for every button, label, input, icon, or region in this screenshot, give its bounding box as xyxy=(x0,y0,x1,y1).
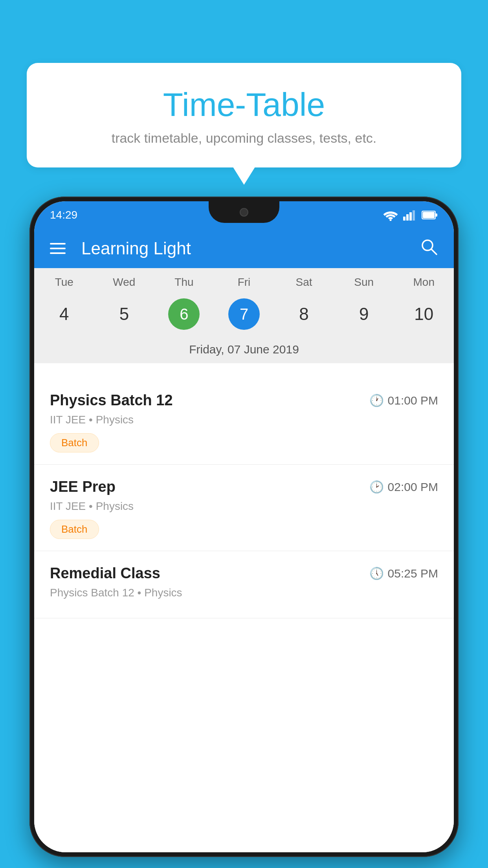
svg-line-9 xyxy=(431,249,437,254)
schedule-item-2[interactable]: JEE Prep 🕑 02:00 PM IIT JEE • Physics Ba… xyxy=(34,465,454,551)
calendar-section: Tue Wed Thu Fri Sat Sun Mon 4 5 6 7 xyxy=(34,268,454,363)
day-thu: Thu xyxy=(154,276,214,289)
date-10[interactable]: 10 xyxy=(394,304,454,324)
date-9[interactable]: 9 xyxy=(334,304,394,324)
batch-badge-1: Batch xyxy=(50,433,99,452)
day-mon: Mon xyxy=(394,276,454,289)
bubble-subtitle: track timetable, upcoming classes, tests… xyxy=(46,131,442,146)
speech-bubble-section: Time-Table track timetable, upcoming cla… xyxy=(27,63,461,167)
svg-point-0 xyxy=(390,219,392,221)
app-title: Learning Light xyxy=(81,239,419,258)
svg-rect-6 xyxy=(435,213,437,217)
schedule-item-1[interactable]: Physics Batch 12 🕐 01:00 PM IIT JEE • Ph… xyxy=(34,378,454,465)
svg-rect-4 xyxy=(413,210,415,221)
clock-icon-1: 🕐 xyxy=(369,394,384,407)
battery-icon xyxy=(422,210,438,220)
time-value-3: 05:25 PM xyxy=(388,567,438,580)
svg-rect-7 xyxy=(423,212,435,218)
status-icons xyxy=(383,209,438,221)
date-circle-6[interactable]: 6 xyxy=(168,298,200,330)
day-sat: Sat xyxy=(274,276,334,289)
app-header: Learning Light xyxy=(34,229,454,268)
hamburger-line-2 xyxy=(50,248,66,249)
clock-icon-3: 🕔 xyxy=(369,566,384,580)
camera xyxy=(240,208,248,217)
speech-bubble-card: Time-Table track timetable, upcoming cla… xyxy=(27,63,461,167)
schedule-item-1-header: Physics Batch 12 🕐 01:00 PM xyxy=(50,392,438,409)
phone-screen: 14:29 xyxy=(34,201,454,852)
schedule-item-2-time: 🕑 02:00 PM xyxy=(369,480,438,494)
wifi-icon xyxy=(383,209,398,221)
batch-badge-2: Batch xyxy=(50,520,99,539)
schedule-list: Physics Batch 12 🕐 01:00 PM IIT JEE • Ph… xyxy=(34,378,454,852)
clock-icon-2: 🕑 xyxy=(369,480,384,494)
svg-rect-2 xyxy=(406,214,409,221)
day-wed: Wed xyxy=(94,276,154,289)
menu-button[interactable] xyxy=(50,243,66,254)
phone-frame: 14:29 xyxy=(29,197,459,857)
schedule-item-1-title: Physics Batch 12 xyxy=(50,392,173,409)
hamburger-line-3 xyxy=(50,252,66,254)
schedule-item-2-title: JEE Prep xyxy=(50,478,116,495)
time-value-1: 01:00 PM xyxy=(388,394,438,407)
signal-icon xyxy=(403,210,417,221)
day-fri: Fri xyxy=(214,276,274,289)
schedule-item-3-time: 🕔 05:25 PM xyxy=(369,566,438,580)
date-4[interactable]: 4 xyxy=(34,304,94,324)
schedule-item-1-time: 🕐 01:00 PM xyxy=(369,394,438,407)
notch xyxy=(209,201,279,223)
bubble-title: Time-Table xyxy=(46,86,442,123)
schedule-item-3-title: Remedial Class xyxy=(50,565,160,582)
schedule-item-3-header: Remedial Class 🕔 05:25 PM xyxy=(50,565,438,582)
day-tue: Tue xyxy=(34,276,94,289)
svg-rect-1 xyxy=(403,217,405,221)
schedule-item-1-sub: IIT JEE • Physics xyxy=(50,414,438,426)
date-circle-7[interactable]: 7 xyxy=(228,298,260,330)
phone-container: 14:29 xyxy=(29,197,459,868)
schedule-item-3[interactable]: Remedial Class 🕔 05:25 PM Physics Batch … xyxy=(34,551,454,618)
date-5[interactable]: 5 xyxy=(94,304,154,324)
schedule-item-2-sub: IIT JEE • Physics xyxy=(50,500,438,513)
time-value-2: 02:00 PM xyxy=(388,480,438,494)
search-button[interactable] xyxy=(419,237,438,260)
date-8[interactable]: 8 xyxy=(274,304,334,324)
hamburger-line-1 xyxy=(50,243,66,245)
calendar-days-header: Tue Wed Thu Fri Sat Sun Mon xyxy=(34,268,454,294)
svg-rect-3 xyxy=(409,212,412,221)
status-time: 14:29 xyxy=(50,209,77,221)
day-sun: Sun xyxy=(334,276,394,289)
schedule-item-3-sub: Physics Batch 12 • Physics xyxy=(50,587,438,599)
selected-date-label: Friday, 07 June 2019 xyxy=(34,336,454,363)
date-7[interactable]: 7 xyxy=(214,298,274,330)
date-6[interactable]: 6 xyxy=(154,298,214,330)
schedule-item-2-header: JEE Prep 🕑 02:00 PM xyxy=(50,478,438,495)
calendar-dates: 4 5 6 7 8 9 10 xyxy=(34,294,454,336)
